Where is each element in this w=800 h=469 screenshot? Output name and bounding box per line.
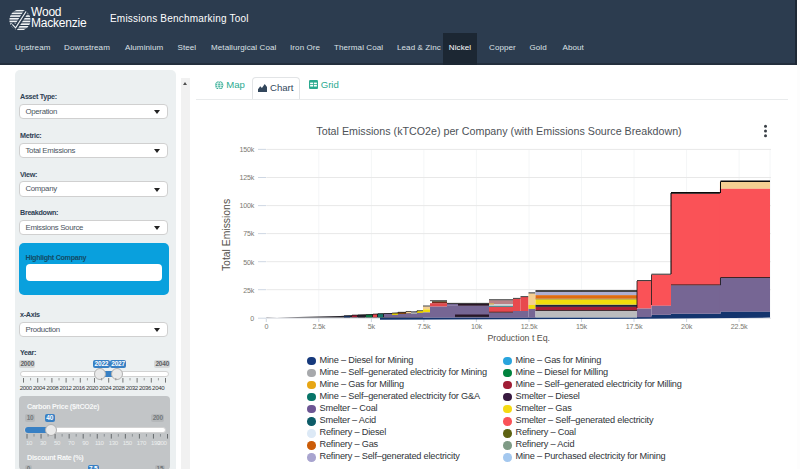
- svg-text:Total Emissions (kTCO2e) per C: Total Emissions (kTCO2e) per Company (wi…: [316, 125, 681, 137]
- svg-text:100k: 100k: [239, 202, 254, 210]
- svg-text:150k: 150k: [239, 146, 254, 154]
- svg-text:10k: 10k: [471, 322, 483, 331]
- svg-text:75k: 75k: [243, 230, 254, 238]
- svg-text:5k: 5k: [368, 322, 376, 331]
- svg-text:125k: 125k: [239, 174, 254, 182]
- svg-text:Production t Eq.: Production t Eq.: [487, 333, 550, 343]
- svg-text:7.5k: 7.5k: [418, 322, 431, 331]
- svg-text:Total Emissions: Total Emissions: [221, 199, 232, 271]
- svg-text:17.5k: 17.5k: [626, 322, 643, 331]
- svg-text:25k: 25k: [243, 287, 254, 295]
- svg-text:22.5k: 22.5k: [731, 322, 748, 331]
- svg-text:0: 0: [264, 322, 268, 331]
- svg-text:50k: 50k: [243, 259, 254, 267]
- svg-text:12.5k: 12.5k: [521, 322, 538, 331]
- svg-text:15k: 15k: [576, 322, 588, 331]
- svg-text:2.5k: 2.5k: [312, 322, 325, 331]
- svg-text:0: 0: [250, 315, 254, 323]
- svg-text:20k: 20k: [681, 322, 693, 331]
